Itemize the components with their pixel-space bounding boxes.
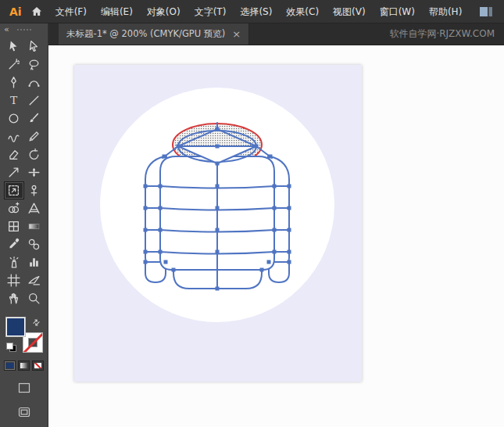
shape-builder-tool[interactable] xyxy=(4,199,24,217)
draw-mode-button[interactable] xyxy=(18,382,30,396)
menu-view[interactable]: 视图(V) xyxy=(326,0,373,23)
bottom-mode-buttons xyxy=(18,382,30,421)
pen-tool[interactable] xyxy=(4,74,24,92)
screen-mode-button[interactable] xyxy=(18,406,30,421)
scale-tool[interactable] xyxy=(4,163,24,181)
menu-type[interactable]: 文字(T) xyxy=(188,0,234,23)
illustrator-window: Ai 文件(F)编辑(E)对象(O)文字(T)选择(S)效果(C)视图(V)窗口… xyxy=(0,0,504,427)
color-chip xyxy=(6,363,13,368)
close-tab-icon[interactable]: × xyxy=(232,29,241,39)
document-tabbar: 未标题-1* @ 200% (CMYK/GPU 预览) × 软件自学网·RJZX… xyxy=(48,23,504,45)
layout-icon xyxy=(479,6,493,17)
swap-fill-stroke-icon[interactable] xyxy=(31,315,41,330)
menu-help[interactable]: 帮助(H) xyxy=(422,0,469,23)
direct-selection-tool[interactable] xyxy=(24,38,45,56)
home-house-icon xyxy=(31,6,42,16)
tools-panel: « T xyxy=(0,23,48,427)
default-fill-stroke-icon[interactable] xyxy=(6,343,16,352)
menu-edit[interactable]: 编辑(E) xyxy=(94,0,140,23)
slice-tool[interactable] xyxy=(24,271,45,289)
eyedropper-tool[interactable] xyxy=(4,235,24,253)
collapse-panel-button[interactable]: « xyxy=(0,24,9,35)
menu-select[interactable]: 选择(S) xyxy=(233,0,279,23)
paintbrush-tool[interactable] xyxy=(24,109,45,127)
selection-tool[interactable] xyxy=(4,38,24,56)
lasso-tool[interactable] xyxy=(24,56,45,74)
shaper-tool[interactable] xyxy=(4,127,24,145)
ellipse-tool[interactable] xyxy=(4,109,24,127)
document-tab[interactable]: 未标题-1* @ 200% (CMYK/GPU 预览) × xyxy=(59,23,249,45)
column-graph-tool[interactable] xyxy=(24,253,45,271)
artboard-tool[interactable] xyxy=(4,271,24,289)
fill-swatch[interactable] xyxy=(5,317,26,337)
eraser-tool[interactable] xyxy=(4,145,24,163)
tools-panel-header: « xyxy=(0,23,48,36)
jacket-artwork xyxy=(74,65,362,382)
magic-wand-tool[interactable] xyxy=(4,56,24,74)
gradient-button[interactable] xyxy=(18,361,30,371)
main-area: 未标题-1* @ 200% (CMYK/GPU 预览) × 软件自学网·RJZX… xyxy=(48,23,504,427)
draw-normal-icon xyxy=(18,382,30,393)
free-transform-tool[interactable] xyxy=(4,181,24,199)
workspace-switcher-icon[interactable] xyxy=(479,6,493,17)
mesh-tool[interactable] xyxy=(4,217,24,235)
gradient-tool[interactable] xyxy=(24,217,45,235)
menu-effect[interactable]: 效果(C) xyxy=(279,0,326,23)
document-tab-title: 未标题-1* @ 200% (CMYK/GPU 预览) xyxy=(66,28,225,40)
home-icon[interactable] xyxy=(30,6,48,16)
fill-stroke-control xyxy=(5,315,43,353)
jacket-body xyxy=(145,156,289,289)
menu-object[interactable]: 对象(O) xyxy=(140,0,188,23)
menu-window[interactable]: 窗口(W) xyxy=(373,0,422,23)
app-logo[interactable]: Ai xyxy=(0,5,30,18)
canvas[interactable] xyxy=(48,45,504,427)
app-body: « T xyxy=(0,23,504,427)
line-segment-tool[interactable] xyxy=(24,92,45,109)
menubar: Ai 文件(F)编辑(E)对象(O)文字(T)选择(S)效果(C)视图(V)窗口… xyxy=(0,0,504,23)
screen-mode-icon xyxy=(18,407,30,418)
artboard[interactable] xyxy=(74,65,362,382)
watermark-text: 软件自学网·RJZXW.COM xyxy=(389,23,504,45)
hand-tool[interactable] xyxy=(4,289,24,307)
color-button[interactable] xyxy=(4,361,16,371)
none-chip xyxy=(34,363,41,368)
curvature-tool[interactable] xyxy=(24,74,45,92)
none-button[interactable] xyxy=(32,361,44,371)
pencil-tool[interactable] xyxy=(24,127,45,145)
color-type-buttons xyxy=(4,361,44,371)
swap-arrows-icon xyxy=(30,316,43,329)
perspective-grid-tool[interactable] xyxy=(24,199,45,217)
width-tool[interactable] xyxy=(24,163,45,181)
type-tool[interactable]: T xyxy=(4,92,24,109)
symbol-sprayer-tool[interactable] xyxy=(4,253,24,271)
tools-grid: T xyxy=(4,38,45,307)
menu-file[interactable]: 文件(F) xyxy=(48,0,94,23)
svg-text:T: T xyxy=(10,94,18,106)
blend-tool[interactable] xyxy=(24,235,45,253)
rotate-tool[interactable] xyxy=(24,145,45,163)
puppet-warp-tool[interactable] xyxy=(24,181,45,199)
zoom-tool[interactable] xyxy=(24,289,45,307)
panel-grip[interactable] xyxy=(17,29,31,30)
gradient-chip xyxy=(20,363,27,368)
menu-list: 文件(F)编辑(E)对象(O)文字(T)选择(S)效果(C)视图(V)窗口(W)… xyxy=(48,0,470,23)
